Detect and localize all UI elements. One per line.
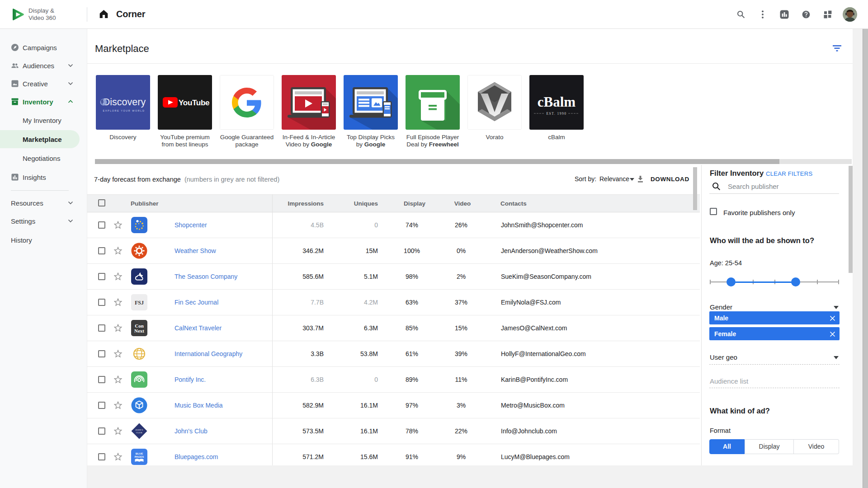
svg-text:PAGES: PAGES xyxy=(135,455,144,458)
svg-text:Con: Con xyxy=(135,323,144,328)
svg-text:CLUB: CLUB xyxy=(136,432,142,434)
svg-text:cBalm: cBalm xyxy=(538,94,576,110)
svg-text:EXPLORE YOUR WORLD: EXPLORE YOUR WORLD xyxy=(103,109,145,112)
svg-text:FSJ: FSJ xyxy=(135,300,144,306)
svg-text:Next: Next xyxy=(134,328,144,333)
svg-text:BLUE: BLUE xyxy=(136,452,143,455)
svg-text:EST. 1990: EST. 1990 xyxy=(546,112,566,116)
svg-text:JOHN'S: JOHN'S xyxy=(135,429,143,431)
svg-text:YouTube: YouTube xyxy=(179,98,209,107)
svg-text:Discovery: Discovery xyxy=(103,97,146,108)
